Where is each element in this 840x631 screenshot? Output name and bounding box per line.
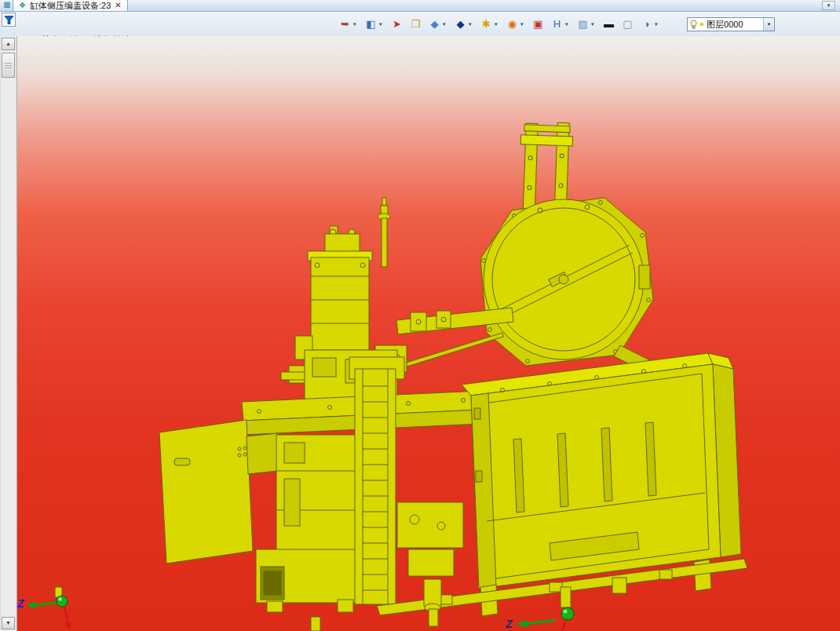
axis-z-label-left: Z [16,597,24,610]
model-cabinet[interactable] [377,353,747,616]
model-left-panel[interactable] [159,420,278,564]
view-triad-left: Z [16,587,72,630]
axis-z-label-center: Z [505,618,513,630]
wcs-triad-center[interactable]: Z [505,607,574,631]
model-slide-channel[interactable] [349,357,404,604]
model-rod[interactable] [378,198,390,267]
model-swing-arm[interactable] [391,308,513,371]
model-disc[interactable] [480,198,655,374]
3d-model[interactable]: Z Z [0,0,840,631]
